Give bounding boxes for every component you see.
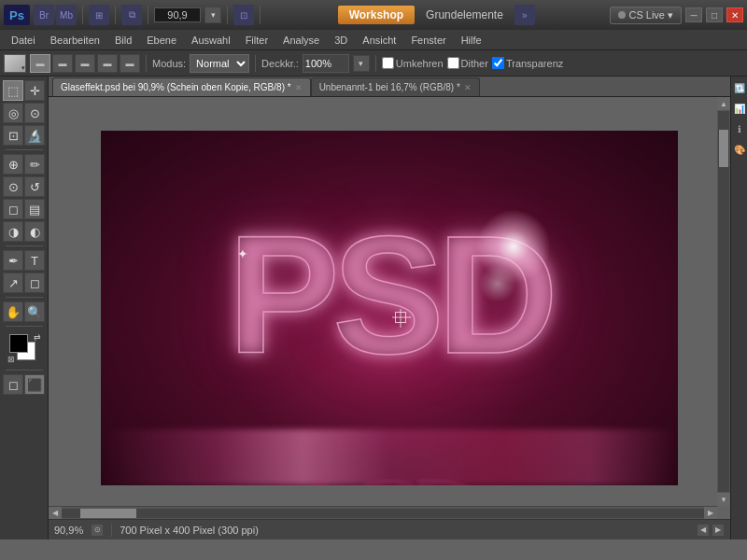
bridge-icon[interactable]: Br	[34, 5, 54, 25]
umkehren-check[interactable]: Umkehren	[382, 57, 444, 69]
tool-sep-5	[6, 370, 43, 371]
doc-tab-glaseffekt-close[interactable]: ✕	[295, 83, 303, 92]
v-scroll-up-arrow[interactable]: ▲	[717, 97, 730, 110]
title-icon-group: Br Mb	[34, 5, 77, 25]
psd-canvas[interactable]: PSD PSD ✦ PSD	[101, 131, 678, 485]
umkehren-checkbox[interactable]	[382, 57, 394, 69]
path-select-tool[interactable]: ↗	[3, 273, 23, 293]
menu-bild[interactable]: Bild	[107, 33, 139, 48]
v-scroll-thumb[interactable]	[719, 130, 728, 167]
panel-info-icon[interactable]: ℹ	[732, 121, 747, 136]
default-colors-icon[interactable]: ⊠	[7, 355, 15, 364]
doc-tab-unbenannt[interactable]: Unbenannt-1 bei 16,7% (RGB/8) * ✕	[311, 77, 480, 96]
tool-row-3: ⊡ 🔬	[3, 125, 45, 146]
menu-auswahl[interactable]: Auswahl	[184, 33, 238, 48]
dither-check[interactable]: Dither	[447, 57, 488, 69]
shape-tool[interactable]: ◻	[24, 273, 45, 293]
gradient-tool[interactable]: ▤	[24, 199, 45, 219]
vertical-scrollbar[interactable]: ▲ ▼	[717, 97, 730, 506]
minimize-button[interactable]: ─	[685, 7, 702, 22]
workshop-button[interactable]: Workshop	[338, 6, 415, 24]
history-tool[interactable]: ↺	[24, 176, 45, 197]
quick-mask-btn[interactable]: ⬛	[24, 374, 45, 395]
brush-shape-2[interactable]: ▬	[52, 54, 73, 73]
eraser-tool[interactable]: ◻	[3, 199, 23, 219]
brush-shape-5[interactable]: ▬	[120, 54, 140, 73]
magic-wand-tool[interactable]: ⊙	[24, 103, 45, 123]
zoom-dropdown[interactable]: ▾	[204, 7, 221, 23]
move-tool[interactable]: ✛	[24, 80, 45, 101]
brush-preset-swatch[interactable]: ▾	[4, 54, 26, 73]
deckkraft-dropdown[interactable]: ▾	[353, 55, 370, 72]
transparenz-label: Transparenz	[506, 58, 563, 69]
deckkraft-input[interactable]	[303, 54, 349, 73]
blur-tool[interactable]: ◑	[3, 221, 23, 242]
dither-checkbox[interactable]	[447, 57, 459, 69]
menu-bearbeiten[interactable]: Bearbeiten	[43, 33, 107, 48]
h-scroll-right-arrow[interactable]: ▶	[704, 507, 717, 520]
v-scroll-down-arrow[interactable]: ▼	[717, 493, 730, 506]
brush-shape-4[interactable]: ▬	[97, 54, 118, 73]
color-swatches[interactable]: ⇄ ⊠	[7, 332, 41, 364]
zoom-input[interactable]	[154, 7, 201, 22]
title-separator	[82, 6, 83, 24]
panel-histogram-icon[interactable]: 📊	[732, 101, 747, 116]
status-nav-right[interactable]: ▶	[712, 524, 725, 537]
close-button[interactable]: ✕	[726, 7, 743, 22]
panel-color-icon[interactable]: 🎨	[732, 142, 747, 157]
crop-tool[interactable]: ⊡	[3, 125, 23, 146]
minibridge-icon[interactable]: Mb	[56, 5, 77, 25]
grundelemente-button[interactable]: Grundelemente	[418, 6, 511, 24]
maximize-button[interactable]: □	[706, 7, 723, 22]
right-panels: 🔃 📊 ℹ 🎨	[730, 77, 747, 539]
dodge-tool[interactable]: ◐	[24, 221, 45, 242]
transparenz-check[interactable]: Transparenz	[492, 57, 563, 69]
modus-select[interactable]: Normal Multiply Screen	[190, 54, 249, 73]
status-info: 700 Pixel x 400 Pixel (300 ppi)	[120, 525, 259, 536]
standard-mode-btn[interactable]: ◻	[3, 374, 23, 395]
swap-colors-icon[interactable]: ⇄	[34, 332, 41, 342]
doc-tab-unbenannt-close[interactable]: ✕	[464, 83, 472, 92]
lasso-tool[interactable]: ◎	[3, 103, 23, 123]
status-nav-left[interactable]: ◀	[697, 524, 710, 537]
brush-shape-1[interactable]: ▬	[30, 54, 50, 73]
options-sep3	[375, 55, 376, 72]
brush-tool[interactable]: ✏	[24, 154, 45, 175]
menu-hilfe[interactable]: Hilfe	[454, 33, 489, 48]
tool-row-9: ↗ ◻	[3, 273, 45, 293]
h-scroll-thumb[interactable]	[80, 509, 136, 518]
cs-live-button[interactable]: CS Live ▾	[610, 7, 682, 24]
menu-datei[interactable]: Datei	[4, 33, 43, 48]
cs-live-indicator	[618, 11, 626, 19]
brush-shape-3[interactable]: ▬	[75, 54, 95, 73]
layout-icon[interactable]: ⊞	[89, 5, 109, 25]
type-tool[interactable]: T	[24, 250, 45, 271]
menu-3d[interactable]: 3D	[327, 33, 355, 48]
modus-label: Modus:	[152, 58, 186, 69]
hand-tool[interactable]: ✋	[3, 301, 23, 322]
marquee-tool[interactable]: ⬚	[3, 80, 23, 101]
menu-ansicht[interactable]: Ansicht	[355, 33, 403, 48]
pen-tool[interactable]: ✒	[3, 250, 23, 271]
tool-row-10: ✋ 🔍	[3, 301, 45, 322]
menu-filter[interactable]: Filter	[238, 33, 275, 48]
menu-fenster[interactable]: Fenster	[403, 33, 453, 48]
h-scroll-left-arrow[interactable]: ◀	[49, 507, 62, 520]
eyedropper-tool[interactable]: 🔬	[24, 125, 45, 146]
panel-rotate-icon[interactable]: 🔃	[732, 80, 747, 95]
clone-tool[interactable]: ⊙	[3, 176, 23, 197]
transparenz-checkbox[interactable]	[492, 57, 504, 69]
menu-analyse[interactable]: Analyse	[275, 33, 327, 48]
extend-panels-icon[interactable]: »	[514, 5, 535, 25]
fg-color-swatch[interactable]	[9, 334, 28, 353]
screen-mode-icon[interactable]: ⊡	[233, 5, 254, 25]
status-zoom-btn[interactable]: ⊙	[91, 524, 104, 537]
tool-row-6: ◻ ▤	[3, 199, 45, 219]
zoom-tool[interactable]: 🔍	[24, 301, 45, 322]
menu-ebene[interactable]: Ebene	[139, 33, 184, 48]
doc-tab-glaseffekt[interactable]: Glaseffekt.psd bei 90,9% (Schein oben Ko…	[52, 77, 311, 96]
canvas-viewport[interactable]: ▲ ▼ PSD PSD	[49, 97, 730, 519]
horizontal-scrollbar[interactable]: ◀ ▶	[49, 506, 717, 519]
arrange-icon[interactable]: ⧉	[121, 5, 142, 25]
spot-heal-tool[interactable]: ⊕	[3, 154, 23, 175]
